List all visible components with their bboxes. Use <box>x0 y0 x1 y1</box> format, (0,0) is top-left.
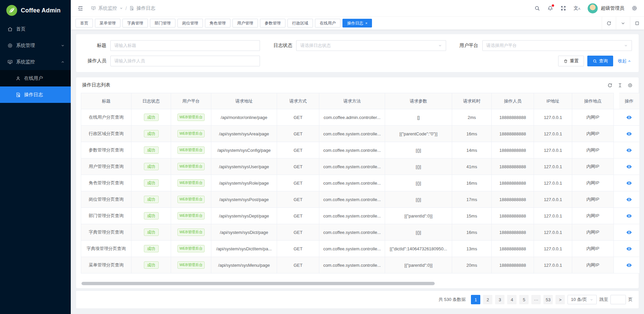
tab-item-9[interactable]: 在线用户 <box>315 19 340 27</box>
cell-ip: 127.0.0.1 <box>534 109 572 126</box>
sidebar-item-system-monitor[interactable]: 系统监控 <box>0 54 71 70</box>
cell-handler: com.coffee.system.controlle... <box>319 142 385 159</box>
leaf-logo-icon <box>6 5 17 16</box>
tab-label: 行政区域 <box>292 20 308 26</box>
translate-icon[interactable]: 文A <box>574 5 580 11</box>
tab-label: 字典管理 <box>127 20 143 26</box>
sidebar-item-system-mgmt[interactable]: 系统管理 <box>0 37 71 54</box>
tabs-refresh-icon[interactable] <box>602 17 616 29</box>
list-title: 操作日志列表 <box>82 82 110 88</box>
view-detail-eye-icon[interactable] <box>626 196 632 201</box>
fullscreen-icon[interactable] <box>560 5 566 11</box>
column-header: 操作地点 <box>572 93 614 109</box>
cell-duration: 41ms <box>452 159 492 175</box>
title-input[interactable]: 请输入标题 <box>110 40 260 51</box>
tabs-dropdown-icon[interactable] <box>616 17 630 29</box>
tab-item-5[interactable]: 角色管理 <box>205 19 230 27</box>
table-row: 用户管理分页查询成功WEB管理后台/api/system/sysUser/pag… <box>81 159 639 175</box>
cell-platform: WEB管理后台 <box>171 224 211 241</box>
view-detail-eye-icon[interactable] <box>626 131 632 136</box>
view-detail-eye-icon[interactable] <box>626 246 632 251</box>
next-page-button[interactable]: > <box>555 295 565 304</box>
cell-platform: WEB管理后台 <box>171 142 211 159</box>
cell-handler: com.coffee.system.controlle... <box>319 159 385 175</box>
menu-fold-icon[interactable] <box>77 5 84 11</box>
pagination-pages: 12345···53 <box>471 295 553 304</box>
tabs-maximize-icon[interactable] <box>630 17 644 29</box>
cell-duration: 20ms <box>452 257 492 273</box>
tab-item-3[interactable]: 部门管理 <box>150 19 175 27</box>
refresh-icon[interactable] <box>607 83 612 88</box>
cell-handler: com.coffee.system.controlle... <box>319 191 385 208</box>
cell-duration: 16ms <box>452 126 492 142</box>
tab-item-0[interactable]: 首页 <box>75 19 93 27</box>
page-button-53[interactable]: 53 <box>543 295 553 304</box>
table-row: 参数管理分页查询成功WEB管理后台/api/system/sysConfig/p… <box>81 142 639 159</box>
view-detail-eye-icon[interactable] <box>626 147 632 152</box>
sidebar-item-home[interactable]: 首页 <box>0 21 71 37</box>
cell-operator: 18888888888 <box>492 241 534 257</box>
cell-status: 成功 <box>131 208 171 224</box>
cell-params: [{}] <box>385 175 452 191</box>
view-detail-eye-icon[interactable] <box>626 213 632 218</box>
platform-select[interactable]: 请选择用户平台 <box>482 40 632 51</box>
scrollbar-gap <box>614 142 619 159</box>
column-settings-gear-icon[interactable] <box>628 83 633 88</box>
app-logo[interactable]: Coffee Admin <box>0 0 71 21</box>
cell-actions <box>619 208 639 224</box>
tab-item-7[interactable]: 参数管理 <box>260 19 285 27</box>
table-row: 部门管理分页查询成功WEB管理后台/api/system/sysDept/pag… <box>81 208 639 224</box>
tab-label: 操作日志 <box>347 20 363 26</box>
cell-duration: 17ms <box>452 191 492 208</box>
title-field-label: 标题 <box>83 43 110 49</box>
sidebar-item-op-logs[interactable]: 操作日志 <box>0 86 71 103</box>
tab-item-8[interactable]: 行政区域 <box>287 19 313 27</box>
tab-item-4[interactable]: 岗位管理 <box>177 19 203 27</box>
page-button-4[interactable]: 4 <box>507 295 517 304</box>
operator-input[interactable]: 请输入操作人员 <box>110 56 260 66</box>
page-button-1[interactable]: 1 <box>471 295 480 304</box>
cell-platform: WEB管理后台 <box>171 126 211 142</box>
sidebar-item-online-users[interactable]: 在线用户 <box>0 70 71 86</box>
tab-item-6[interactable]: 用户管理 <box>232 19 258 27</box>
cell-status: 成功 <box>131 109 171 126</box>
view-detail-eye-icon[interactable] <box>626 229 632 234</box>
collapse-link[interactable]: 收起 <box>618 58 631 64</box>
platform-badge: WEB管理后台 <box>177 179 205 186</box>
cell-actions <box>619 241 639 257</box>
cell-params: [{}] <box>385 224 452 241</box>
settings-gear-icon[interactable] <box>632 5 637 11</box>
cell-method: GET <box>277 175 319 191</box>
page-button-2[interactable]: 2 <box>483 295 492 304</box>
column-header: 用户平台 <box>171 93 211 109</box>
cell-actions <box>619 159 639 175</box>
page-size-select[interactable]: 10 条/页 <box>568 295 597 304</box>
cell-operator: 18888888888 <box>492 142 534 159</box>
page-button-5[interactable]: 5 <box>519 295 529 304</box>
page-button-3[interactable]: 3 <box>495 295 504 304</box>
tab-item-10[interactable]: 操作日志× <box>342 19 372 27</box>
tab-close-icon[interactable]: × <box>365 21 367 25</box>
view-detail-eye-icon[interactable] <box>626 262 632 267</box>
search-icon[interactable] <box>534 5 540 11</box>
jump-page-input[interactable] <box>610 295 626 304</box>
scrollbar-gap <box>614 191 619 208</box>
cell-title: 行政区域分页查询 <box>81 126 131 142</box>
avatar <box>588 3 598 13</box>
notifications-button[interactable] <box>547 5 553 11</box>
view-detail-eye-icon[interactable] <box>626 114 632 119</box>
sidebar-item-label: 系统监控 <box>16 59 57 65</box>
row-height-icon[interactable] <box>618 83 623 88</box>
view-detail-eye-icon[interactable] <box>626 180 632 185</box>
table-row: 字典项管理分页查询成功WEB管理后台/api/system/sysDictIte… <box>81 241 639 257</box>
tab-item-2[interactable]: 字典管理 <box>122 19 148 27</box>
search-button[interactable]: 查询 <box>587 56 613 66</box>
horizontal-scrollbar-thumb[interactable] <box>82 282 435 285</box>
breadcrumb-parent[interactable]: 系统监控 <box>98 5 117 11</box>
tab-item-1[interactable]: 菜单管理 <box>95 19 120 27</box>
page-button-···[interactable]: ··· <box>531 295 541 304</box>
reset-button[interactable]: 重置 <box>558 56 584 66</box>
user-menu[interactable]: 超级管理员 <box>588 3 624 13</box>
status-select[interactable]: 请选择日志状态 <box>296 40 446 51</box>
view-detail-eye-icon[interactable] <box>626 164 632 169</box>
